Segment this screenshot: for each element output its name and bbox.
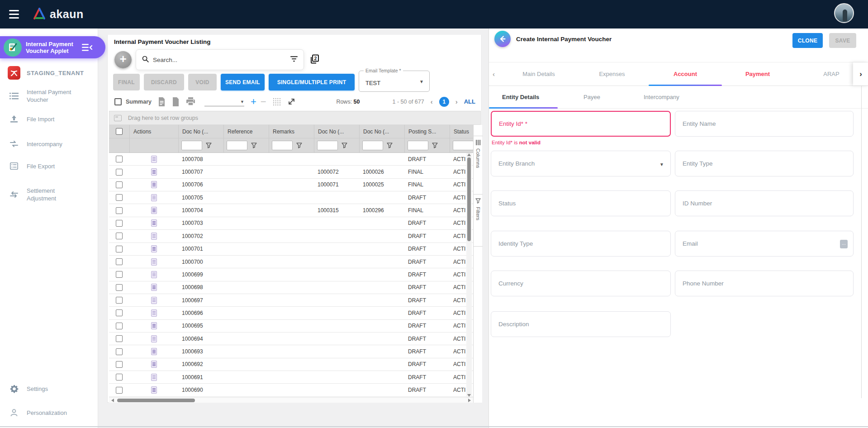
sidebar-item-settings[interactable]: Settings bbox=[0, 382, 98, 395]
column-filter-input[interactable] bbox=[453, 141, 473, 150]
row-group-dropzone[interactable]: Drag here to set row groups bbox=[109, 111, 481, 125]
column-header-posting-status[interactable]: Posting S... bbox=[404, 125, 450, 138]
table-row[interactable]: 1000701DRAFTACTI bbox=[109, 243, 473, 256]
table-row[interactable]: 1000694DRAFTACTI bbox=[109, 333, 473, 345]
table-row[interactable]: 1000705DRAFTACTI bbox=[109, 191, 473, 204]
voucher-document-icon[interactable] bbox=[151, 194, 157, 201]
akaun-logo[interactable]: akaun bbox=[33, 7, 84, 22]
subtab-payee[interactable]: Payee bbox=[583, 86, 600, 108]
summary-checkbox[interactable] bbox=[114, 98, 122, 105]
column-filter-input[interactable] bbox=[227, 141, 247, 150]
expand-fullscreen-icon[interactable] bbox=[287, 97, 296, 106]
status-field[interactable]: Status bbox=[491, 190, 671, 216]
voucher-document-icon[interactable] bbox=[151, 361, 157, 368]
filters-panel-tab[interactable]: Filters bbox=[474, 195, 483, 247]
voucher-document-icon[interactable] bbox=[151, 309, 157, 317]
entity-name-field[interactable]: Entity Name bbox=[675, 111, 854, 137]
current-page-button[interactable]: 1 bbox=[439, 97, 449, 107]
sidebar-item-settlement-adjustment[interactable]: Settlement Adjustment bbox=[0, 185, 98, 204]
column-filter-input[interactable] bbox=[317, 141, 338, 150]
voucher-document-icon[interactable] bbox=[151, 386, 157, 394]
voucher-document-icon[interactable] bbox=[151, 271, 157, 278]
column-header-status[interactable]: Status bbox=[450, 125, 473, 138]
applet-header[interactable]: $ Internal Payment Voucher Applet bbox=[0, 36, 105, 58]
row-checkbox[interactable] bbox=[116, 387, 123, 394]
column-filter-funnel[interactable] bbox=[206, 143, 212, 148]
voucher-document-icon[interactable] bbox=[151, 156, 157, 163]
identity-type-field[interactable]: Identity Type bbox=[491, 231, 671, 257]
row-checkbox[interactable] bbox=[116, 348, 123, 355]
columns-panel-tab[interactable]: Columns bbox=[474, 136, 483, 195]
row-checkbox[interactable] bbox=[116, 233, 123, 239]
tab-arap[interactable]: ARAP bbox=[823, 62, 839, 86]
voucher-document-icon[interactable] bbox=[151, 348, 157, 355]
tab-payment[interactable]: Payment bbox=[745, 62, 770, 86]
table-row[interactable]: 1000708DRAFTACTI bbox=[109, 153, 473, 166]
column-header-doc-no-2[interactable]: Doc No (... bbox=[314, 125, 359, 138]
row-checkbox[interactable] bbox=[116, 258, 123, 265]
voucher-document-icon[interactable] bbox=[151, 284, 157, 291]
table-row[interactable]: 1000698DRAFTACTI bbox=[109, 281, 473, 294]
tab-expenses[interactable]: Expenses bbox=[599, 62, 625, 86]
sidebar-item-file-import[interactable]: File Import bbox=[0, 112, 98, 126]
row-checkbox[interactable] bbox=[116, 181, 123, 188]
back-button[interactable] bbox=[494, 31, 511, 47]
entity-id-field[interactable]: Entity Id* * bbox=[491, 111, 671, 137]
voucher-document-icon[interactable] bbox=[151, 322, 157, 329]
row-checkbox[interactable] bbox=[116, 207, 123, 214]
column-header-doc-no[interactable]: Doc No (... bbox=[178, 125, 223, 138]
email-template-select[interactable]: Email Template * TEST ▼ bbox=[359, 71, 430, 92]
zoom-in-icon[interactable]: + bbox=[251, 97, 256, 106]
row-checkbox[interactable] bbox=[116, 323, 123, 329]
row-checkbox[interactable] bbox=[116, 335, 123, 342]
export-excel-icon[interactable] bbox=[172, 97, 180, 106]
scroll-down-icon[interactable] bbox=[467, 394, 471, 397]
column-header-actions[interactable]: Actions bbox=[129, 125, 178, 138]
single-multiple-print-button[interactable]: SINGLE/MULTIPLE PRINT bbox=[269, 74, 355, 90]
column-filter-input[interactable] bbox=[408, 141, 428, 150]
table-row[interactable]: 1000690DRAFTACTI bbox=[109, 384, 473, 396]
subtab-intercompany[interactable]: Intercompany bbox=[644, 86, 679, 108]
voucher-document-icon[interactable] bbox=[151, 374, 157, 381]
table-row[interactable]: 1000696DRAFTACTI bbox=[109, 307, 473, 319]
sidebar-item-file-export[interactable]: File Export bbox=[0, 159, 98, 173]
next-page-icon[interactable]: › bbox=[455, 98, 458, 105]
table-row[interactable]: 1000700DRAFTACTI bbox=[109, 256, 473, 268]
voucher-document-icon[interactable] bbox=[151, 297, 157, 304]
tabs-scroll-right-icon[interactable]: › bbox=[853, 62, 868, 86]
column-filter-funnel[interactable] bbox=[296, 143, 302, 148]
table-row[interactable]: 1000697DRAFTACTI bbox=[109, 294, 473, 307]
table-row[interactable]: 1000695DRAFTACTI bbox=[109, 320, 473, 333]
column-filter-input[interactable] bbox=[272, 141, 293, 150]
view-select-dropdown[interactable]: ▼ bbox=[204, 97, 244, 106]
zoom-out-icon[interactable]: − bbox=[261, 97, 266, 106]
row-checkbox[interactable] bbox=[116, 156, 123, 162]
column-header-reference[interactable]: Reference bbox=[223, 125, 269, 138]
voucher-document-icon[interactable] bbox=[151, 219, 157, 227]
entity-branch-field[interactable]: Entity Branch ▼ bbox=[491, 151, 671, 176]
column-filter-input[interactable] bbox=[362, 141, 383, 150]
add-voucher-button[interactable]: + bbox=[114, 51, 132, 68]
voucher-document-icon[interactable] bbox=[151, 245, 157, 252]
sidebar-item-internal-payment-voucher[interactable]: Internal Payment Voucher bbox=[0, 87, 98, 105]
column-filter-funnel[interactable] bbox=[387, 143, 393, 148]
table-row[interactable]: 100070410003151000296FINALACTI bbox=[109, 204, 473, 217]
phone-number-field[interactable]: Phone Number bbox=[675, 271, 854, 296]
voucher-document-icon[interactable] bbox=[151, 335, 157, 342]
entity-type-field[interactable]: Entity Type bbox=[675, 151, 854, 176]
subtab-entity-details[interactable]: Entity Details bbox=[502, 86, 539, 108]
voucher-document-icon[interactable] bbox=[151, 207, 157, 214]
hamburger-menu-icon[interactable] bbox=[4, 4, 24, 25]
description-field[interactable]: Description bbox=[491, 311, 671, 337]
sidebar-item-personalization[interactable]: Personalization bbox=[0, 406, 98, 419]
autofill-chip-icon[interactable]: ⋯ bbox=[840, 240, 848, 248]
row-checkbox[interactable] bbox=[116, 297, 123, 304]
export-csv-icon[interactable] bbox=[158, 97, 166, 106]
vertical-scroll-thumb[interactable] bbox=[467, 157, 471, 241]
scroll-right-icon[interactable] bbox=[468, 399, 471, 402]
column-header-remarks[interactable]: Remarks bbox=[269, 125, 314, 138]
column-header-doc-no-3[interactable]: Doc No (... bbox=[359, 125, 404, 138]
user-avatar[interactable] bbox=[834, 3, 854, 23]
save-button[interactable]: SAVE bbox=[829, 33, 856, 48]
table-row[interactable]: 1000702DRAFTACTI bbox=[109, 230, 473, 243]
